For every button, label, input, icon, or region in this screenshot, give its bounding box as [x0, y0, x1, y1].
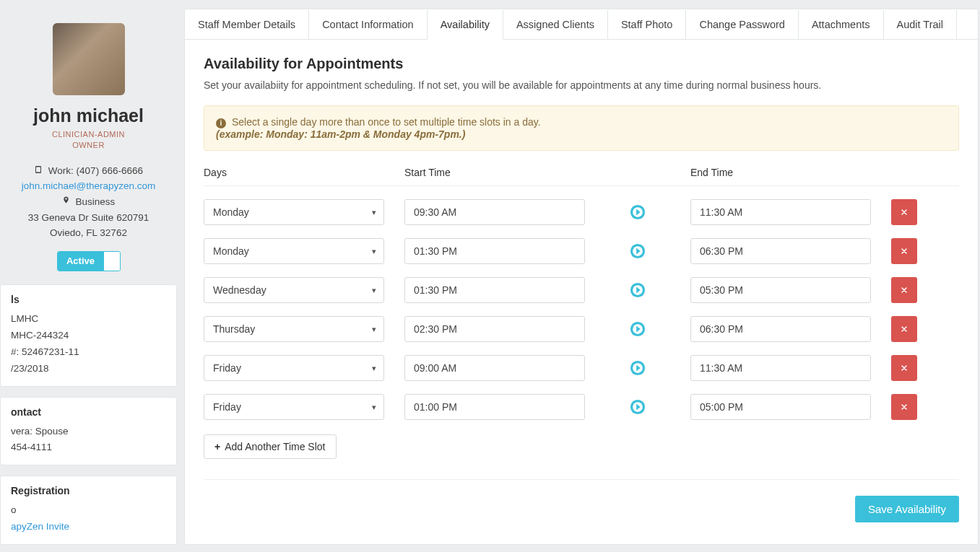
start-time-input[interactable] — [404, 199, 585, 225]
grid-header: Days Start Time End Time — [204, 167, 959, 186]
tab-attachments[interactable]: Attachments — [799, 10, 884, 40]
contact-block: Work: (407) 666-6666 john.michael@therap… — [0, 163, 177, 241]
registration-panel: Registration oapyZen Invite — [0, 476, 177, 545]
end-time-input[interactable] — [690, 199, 871, 225]
panel-line: /23/2018 — [11, 361, 166, 377]
active-toggle[interactable]: Active — [57, 251, 121, 271]
tab-audit-trail[interactable]: Audit Trail — [884, 10, 957, 40]
delete-slot-button[interactable] — [891, 277, 917, 303]
credentials-panel: ls LMHCMHC-244324#: 52467231-11/23/2018 — [0, 284, 177, 387]
slot-row: Wednesday — [204, 277, 959, 303]
day-select[interactable]: Thursday — [204, 316, 384, 342]
add-slot-button[interactable]: + Add Another Time Slot — [204, 434, 337, 459]
tab-contact-information[interactable]: Contact Information — [309, 10, 428, 40]
delete-slot-button[interactable] — [891, 199, 917, 225]
arrow-right-icon — [630, 399, 646, 415]
page-title: Availability for Appointments — [204, 56, 959, 72]
emergency-panel: ontact vera: Spouse454-4111 — [0, 397, 177, 466]
invite-link[interactable]: apyZen Invite — [11, 521, 69, 532]
tab-change-password[interactable]: Change Password — [686, 10, 799, 40]
delete-slot-button[interactable] — [891, 355, 917, 381]
phone-icon — [34, 165, 43, 178]
panel-line: MHC-244324 — [11, 328, 166, 344]
start-time-input[interactable] — [404, 355, 585, 381]
day-select[interactable]: Monday — [204, 199, 384, 225]
page-subtext: Set your availabiity for appointment sch… — [204, 79, 959, 91]
info-icon: i — [216, 118, 226, 128]
pin-icon — [62, 195, 70, 209]
panel-line: #: 52467231-11 — [11, 344, 166, 361]
arrow-right-icon — [630, 360, 646, 376]
tabs: Staff Member DetailsContact InformationA… — [185, 9, 978, 40]
panel-line: vera: Spouse — [11, 424, 166, 440]
day-select[interactable]: Friday — [204, 394, 384, 420]
delete-slot-button[interactable] — [891, 316, 917, 342]
slot-row: Thursday — [204, 316, 959, 342]
delete-slot-button[interactable] — [891, 238, 917, 264]
day-select[interactable]: Monday — [204, 238, 384, 264]
tab-assigned-clients[interactable]: Assigned Clients — [503, 10, 608, 40]
info-box: i Select a single day more than once to … — [204, 105, 959, 151]
slot-row: Monday — [204, 199, 959, 225]
tab-staff-photo[interactable]: Staff Photo — [608, 10, 686, 40]
panel-line: apyZen Invite — [11, 519, 166, 535]
end-time-input[interactable] — [690, 316, 871, 342]
profile-name: john michael — [0, 105, 177, 126]
avatar — [53, 23, 125, 95]
slot-row: Friday — [204, 355, 959, 381]
start-time-input[interactable] — [404, 238, 585, 264]
arrow-right-icon — [630, 321, 646, 337]
start-time-input[interactable] — [404, 316, 585, 342]
delete-slot-button[interactable] — [891, 394, 917, 420]
arrow-right-icon — [630, 243, 646, 259]
end-time-input[interactable] — [690, 238, 871, 264]
panel-line: LMHC — [11, 311, 166, 328]
arrow-right-icon — [630, 204, 646, 220]
panel-line: 454-4111 — [11, 439, 166, 456]
day-select[interactable]: Wednesday — [204, 277, 384, 303]
slot-row: Friday — [204, 394, 959, 420]
start-time-input[interactable] — [404, 394, 585, 420]
day-select[interactable]: Friday — [204, 355, 384, 381]
end-time-input[interactable] — [690, 277, 871, 303]
slot-row: Monday — [204, 238, 959, 264]
plus-icon: + — [214, 441, 220, 452]
tab-availability[interactable]: Availability — [428, 10, 503, 40]
arrow-right-icon — [630, 282, 646, 298]
panel-line: o — [11, 502, 166, 519]
tab-staff-member-details[interactable]: Staff Member Details — [185, 10, 309, 40]
end-time-input[interactable] — [690, 394, 871, 420]
profile-role: CLINICIAN-ADMIN OWNER — [0, 129, 177, 152]
end-time-input[interactable] — [690, 355, 871, 381]
save-button[interactable]: Save Availability — [855, 496, 959, 522]
start-time-input[interactable] — [404, 277, 585, 303]
profile-email[interactable]: john.michael@therapyzen.com — [22, 180, 156, 191]
